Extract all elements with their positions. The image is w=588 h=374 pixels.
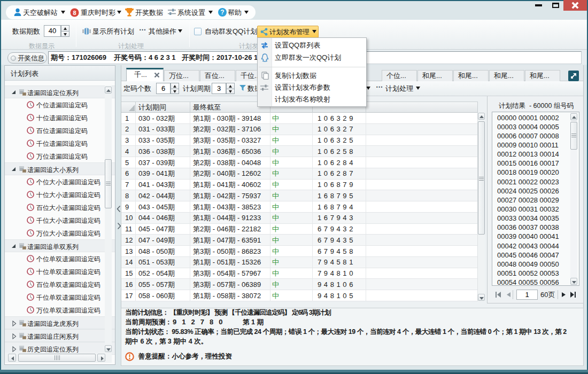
svg-text:?: ?: [220, 9, 224, 16]
svg-text:8: 8: [73, 10, 76, 16]
